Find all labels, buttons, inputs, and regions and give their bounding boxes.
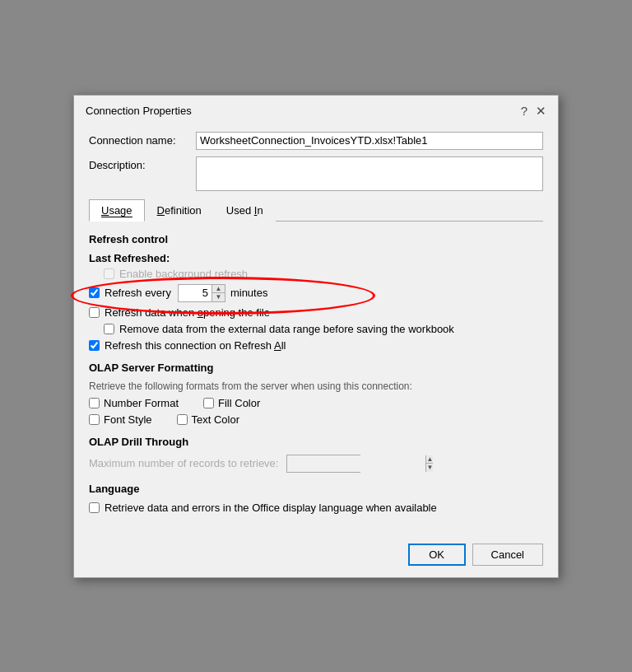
dialog-body: Connection name: Description: Usage Defi… [74,124,558,535]
enable-background-label: Enable background refresh [119,268,248,280]
number-format-item: Number Format [89,397,179,409]
max-records-spinner: ▲ ▼ [286,455,360,473]
dialog-title: Connection Properties [86,105,192,117]
tab-used-in[interactable]: Used In [214,199,276,222]
max-records-label: Maximum number of records to retrieve: [89,457,278,469]
dialog-footer: OK Cancel [74,535,558,577]
tab-used-in-label: Used In [226,204,263,217]
olap-formatting-section: OLAP Server Formatting Retrieve the foll… [89,362,543,426]
spinner-buttons: ▲ ▼ [211,285,225,301]
refresh-control-heading: Refresh control [89,233,543,245]
max-records-input[interactable] [287,455,425,472]
max-records-spinner-buttons: ▲ ▼ [425,455,433,472]
olap-formatting-heading: OLAP Server Formatting [89,362,543,374]
minutes-label: minutes [230,287,268,299]
olap-format-row1: Number Format Fill Color [89,397,543,409]
language-retrieve-row: Retrieve data and errors in the Office d… [89,502,543,514]
refresh-data-opening-label: Refresh data when opening the file [105,306,270,319]
tab-definition-label: Definition [157,204,202,217]
description-input[interactable] [196,156,543,191]
tab-definition[interactable]: Definition [145,199,214,222]
enable-background-checkbox[interactable] [104,268,114,279]
text-color-item: Text Color [177,413,240,426]
title-bar: Connection Properties ? ✕ [74,96,558,124]
number-format-label: Number Format [104,397,179,409]
tab-usage-label: Usage [101,204,132,217]
language-retrieve-checkbox[interactable] [89,502,100,513]
description-row: Description: [89,156,543,191]
help-icon[interactable]: ? [521,104,527,118]
language-section: Language Retrieve data and errors in the… [89,483,543,514]
refresh-every-row: Refresh every ▲ ▼ minutes [89,284,543,302]
refresh-every-input[interactable] [179,285,211,301]
refresh-all-label: Refresh this connection on Refresh All [105,339,286,352]
text-color-label: Text Color [192,413,240,426]
connection-name-label: Connection name: [89,132,196,147]
text-color-checkbox[interactable] [177,414,188,425]
fill-color-item: Fill Color [203,397,260,409]
remove-data-label: Remove data from the external data range… [119,323,454,335]
olap-drill-heading: OLAP Drill Through [89,436,543,448]
refresh-data-opening-row: Refresh data when opening the file [89,306,543,319]
connection-name-row: Connection name: [89,132,543,150]
title-bar-actions: ? ✕ [521,104,546,119]
description-label: Description: [89,156,196,171]
font-style-checkbox[interactable] [89,414,100,425]
refresh-every-checkbox[interactable] [89,287,100,298]
tabs-container: Usage Definition Used In [89,199,543,222]
last-refreshed-label: Last Refreshed: [89,252,543,264]
max-records-up-button[interactable]: ▲ [426,455,433,464]
olap-formatting-description: Retrieve the following formats from the … [89,380,543,392]
font-style-item: Font Style [89,413,152,426]
connection-name-input[interactable] [196,132,543,150]
tab-usage[interactable]: Usage [89,199,145,222]
connection-properties-dialog: Connection Properties ? ✕ Connection nam… [73,95,559,578]
spinner-down-button[interactable]: ▼ [212,293,225,301]
remove-data-row: Remove data from the external data range… [104,323,543,335]
drill-row: Maximum number of records to retrieve: ▲… [89,455,543,473]
refresh-every-spinner: ▲ ▼ [178,284,225,302]
ok-button[interactable]: OK [408,544,466,566]
refresh-all-checkbox[interactable] [89,340,100,351]
language-heading: Language [89,483,543,495]
font-style-label: Font Style [104,413,152,426]
max-records-down-button[interactable]: ▼ [426,464,433,472]
olap-format-row2: Font Style Text Color [89,413,543,426]
close-icon[interactable]: ✕ [536,104,546,119]
refresh-every-label: Refresh every [105,287,171,299]
enable-background-row: Enable background refresh [104,268,543,280]
remove-data-checkbox[interactable] [104,324,114,334]
spinner-up-button[interactable]: ▲ [212,285,225,294]
number-format-checkbox[interactable] [89,398,100,408]
fill-color-checkbox[interactable] [203,398,214,408]
refresh-control-section: Refresh control Last Refreshed: Enable b… [89,233,543,352]
refresh-data-opening-checkbox[interactable] [89,307,100,318]
cancel-button[interactable]: Cancel [472,544,543,566]
refresh-all-row: Refresh this connection on Refresh All [89,339,543,352]
olap-drill-section: OLAP Drill Through Maximum number of rec… [89,436,543,473]
fill-color-label: Fill Color [218,397,260,409]
language-retrieve-label: Retrieve data and errors in the Office d… [105,502,437,514]
